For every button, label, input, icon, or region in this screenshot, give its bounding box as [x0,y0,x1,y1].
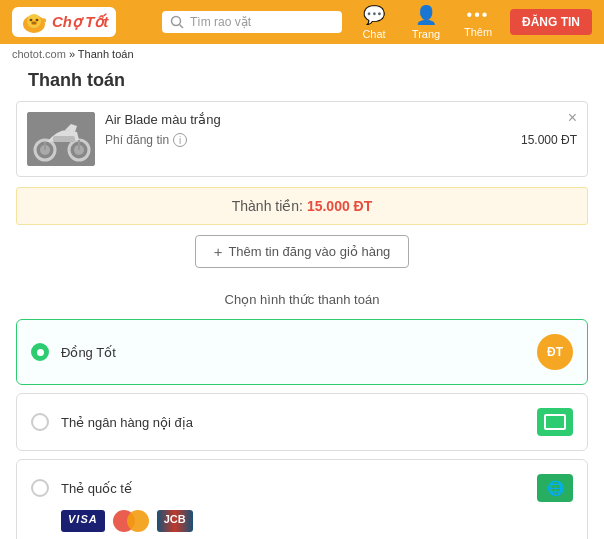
header: Chợ Tốt Tìm rao vặt 💬 Chat 👤 Trang ••• T… [0,0,604,44]
bank-card-icon [537,408,573,436]
search-bar[interactable]: Tìm rao vặt [162,11,342,33]
payment-label-bank: Thẻ ngân hàng nội địa [61,415,525,430]
breadcrumb: chotot.com » Thanh toán [0,44,604,64]
svg-point-4 [30,19,32,21]
dongtot-icon: ĐT [537,334,573,370]
svg-point-5 [36,19,38,21]
dongtot-icon-area: ĐT [537,334,573,370]
radio-bank [31,413,49,431]
breadcrumb-home-link[interactable]: chotot.com [12,48,66,60]
chat-icon: 💬 [363,4,385,26]
add-cart-wrapper: + Thêm tin đăng vào giỏ hàng [16,235,588,280]
product-image [27,112,95,166]
total-label: Thành tiền: [232,198,303,214]
payment-label-dongtot: Đồng Tốt [61,345,525,360]
total-amount: 15.000 ĐT [307,198,372,214]
dots-icon: ••• [467,6,490,24]
payment-option-dongtot[interactable]: Đồng Tốt ĐT [16,319,588,385]
svg-rect-16 [53,136,75,142]
logo-text: Chợ Tốt [52,13,108,31]
payment-section-title: Chọn hình thức thanh toán [16,292,588,307]
svg-line-10 [180,25,184,29]
breadcrumb-current: Thanh toán [78,48,134,60]
breadcrumb-separator: » [69,48,78,60]
radio-intl [31,479,49,497]
logo[interactable]: Chợ Tốt [12,7,116,37]
product-scooter-icon [27,112,95,166]
svg-point-7 [32,22,33,23]
payment-option-intl[interactable]: Thẻ quốc tế 🌐 VISA JCB [16,459,588,539]
mastercard-logo [113,510,149,532]
dangtin-button[interactable]: ĐĂNG TIN [510,9,592,35]
radio-dongtot [31,343,49,361]
search-placeholder: Tìm rao vặt [190,15,251,29]
search-icon [170,15,184,29]
product-name: Air Blade màu trắng [105,112,577,127]
nav-them-label: Thêm [464,26,492,38]
nav-them[interactable]: ••• Thêm [458,6,498,38]
nav-chat-label: Chat [362,28,385,40]
logo-pig-icon [20,10,48,34]
add-cart-label: Thêm tin đăng vào giỏ hàng [228,244,390,259]
product-fee-row: Phí đăng tin i 15.000 ĐT [105,133,577,147]
payment-option-bank[interactable]: Thẻ ngân hàng nội địa [16,393,588,451]
plus-icon: + [214,243,223,260]
trang-icon: 👤 [415,4,437,26]
nav-trang[interactable]: 👤 Trang [406,4,446,40]
jcb-card-logo: JCB [157,510,193,532]
product-card: Air Blade màu trắng Phí đăng tin i 15.00… [16,101,588,177]
payment-label-intl: Thẻ quốc tế [61,481,525,496]
total-bar: Thành tiền: 15.000 ĐT [16,187,588,225]
product-info: Air Blade màu trắng Phí đăng tin i 15.00… [105,112,577,147]
bank-icon-area [537,408,573,436]
close-button[interactable]: × [568,110,577,126]
add-to-cart-button[interactable]: + Thêm tin đăng vào giỏ hàng [195,235,410,268]
visa-card-logo: VISA [61,510,105,532]
fee-label: Phí đăng tin i [105,133,187,147]
nav-trang-label: Trang [412,28,440,40]
page-title: Thanh toán [16,64,588,101]
nav-chat[interactable]: 💬 Chat [354,4,394,40]
main-container: Thanh toán Air Blade màu trắng Ph [0,64,604,539]
intl-cards-row: VISA JCB [61,510,193,532]
svg-point-6 [31,21,37,25]
fee-amount: 15.000 ĐT [521,133,577,147]
svg-point-9 [172,17,181,26]
fee-info-icon[interactable]: i [173,133,187,147]
intl-icon-area: 🌐 [537,474,573,502]
mc-circle2 [127,510,149,532]
globe-icon: 🌐 [537,474,573,502]
svg-point-8 [34,22,35,23]
